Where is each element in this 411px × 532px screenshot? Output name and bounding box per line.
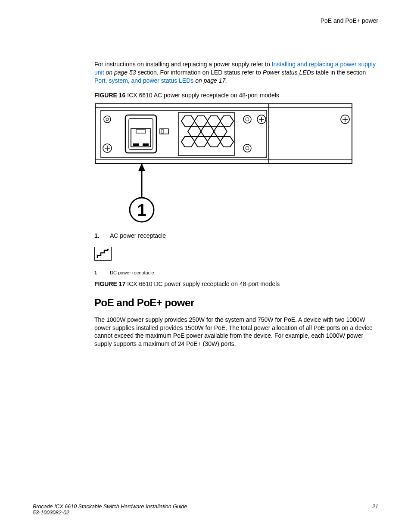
svg-marker-29 — [207, 137, 221, 147]
figure-16-caption: FIGURE 16 ICX 6610 AC power supply recep… — [94, 92, 379, 99]
figure-16-caption-text: ICX 6610 AC power supply receptacle on 4… — [127, 92, 279, 99]
legend-text: DC power receptacle — [110, 270, 154, 275]
svg-marker-32 — [181, 137, 195, 147]
footer-left: Brocade ICX 6610 Stackable Switch Hardwa… — [33, 504, 187, 516]
intro-text-1: For instructions on installing and repla… — [94, 61, 272, 68]
figure-16-diagram: 1 — [94, 103, 379, 224]
svg-point-9 — [243, 115, 251, 123]
intro-text-2: section. For information on LED status r… — [136, 69, 263, 76]
svg-point-5 — [104, 116, 111, 123]
svg-marker-31 — [220, 116, 234, 126]
psu-receptacle-diagram: 1 — [94, 103, 353, 224]
svg-rect-21 — [161, 130, 164, 133]
svg-point-10 — [246, 118, 249, 121]
figure-17-legend: 1 DC power receptacle — [94, 270, 379, 275]
svg-marker-26 — [201, 126, 214, 137]
footer-doc-number: 53-1003082-02 — [33, 510, 187, 516]
figure-17-label: FIGURE 17 — [94, 280, 127, 287]
page-footer: Brocade ICX 6610 Stackable Switch Hardwa… — [33, 504, 378, 516]
intro-pageref-1: on page 53 — [104, 69, 136, 76]
section-heading-poe: PoE and PoE+ power — [94, 297, 379, 309]
svg-point-12 — [246, 146, 249, 150]
section-body-poe: The 1000W power supply provides 250W for… — [94, 316, 379, 348]
footer-doc-title: Brocade ICX 6610 Stackable Switch Hardwa… — [33, 504, 187, 510]
page-header-title: PoE and PoE+ power — [321, 17, 378, 24]
link-port-system-leds[interactable]: Port, system, and power status LEDs — [94, 77, 193, 84]
figure-16-label: FIGURE 16 — [94, 92, 127, 99]
main-content: For instructions on installing and repla… — [94, 60, 379, 355]
svg-point-6 — [106, 118, 109, 121]
callout-text: AC power receptacle — [110, 232, 166, 239]
svg-marker-35 — [138, 163, 145, 171]
svg-point-11 — [243, 144, 251, 152]
svg-marker-23 — [194, 116, 208, 126]
svg-marker-28 — [194, 137, 208, 147]
svg-marker-27 — [214, 126, 227, 137]
svg-marker-33 — [220, 137, 234, 147]
figure-16-callout-list: 1. AC power receptacle — [94, 232, 379, 239]
intro-paragraph: For instructions on installing and repla… — [94, 60, 379, 85]
svg-rect-17 — [136, 130, 146, 133]
legend-number: 1 — [94, 270, 101, 275]
intro-pageref-2: on page 17. — [193, 77, 227, 84]
intro-text-3: table in the section — [314, 69, 366, 76]
callout-number: 1. — [94, 232, 101, 239]
callout-marker-1: 1 — [137, 201, 146, 219]
figure-17-caption-text: ICX 6610 DC power supply receptacle on 4… — [127, 280, 280, 287]
svg-marker-30 — [181, 116, 195, 126]
stair-icon — [94, 247, 112, 261]
svg-rect-19 — [143, 143, 149, 146]
figure-17-caption: FIGURE 17 ICX 6610 DC power supply recep… — [94, 280, 379, 287]
svg-marker-24 — [207, 116, 221, 126]
footer-page-number: 21 — [372, 504, 378, 516]
svg-rect-18 — [133, 143, 139, 146]
intro-ref-power-status: Power status LEDs — [263, 69, 314, 76]
svg-rect-15 — [129, 118, 153, 149]
svg-marker-25 — [188, 126, 201, 137]
callout-item: 1. AC power receptacle — [94, 232, 379, 239]
